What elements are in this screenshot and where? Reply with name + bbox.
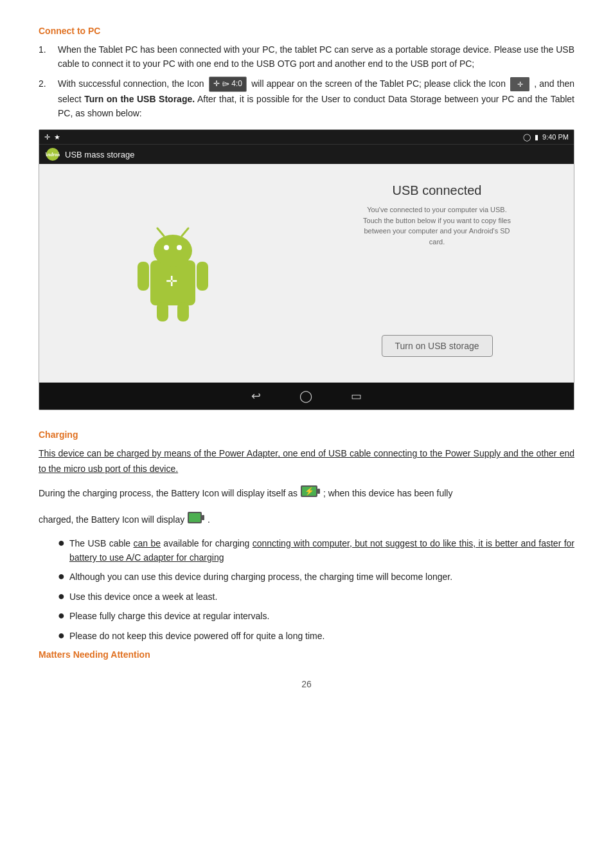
device-statusbar: ✛ ★ ◯ ▮ 9:40 PM	[39, 130, 574, 144]
time-display: 9:40 PM	[542, 133, 569, 141]
charging-paragraph-1: This device can be charged by means of t…	[39, 446, 574, 477]
bullet-dot: ●	[58, 570, 69, 584]
device-right: USB connected You've connected to your c…	[306, 164, 574, 383]
list-item: ● Please do not keep this device powered…	[58, 629, 574, 643]
svg-text:⚡: ⚡	[304, 486, 314, 496]
device-body: ✛ USB connected You've connected to your…	[39, 164, 574, 383]
charging-text-after: ; when this device has been fully	[323, 488, 453, 498]
battery-charging-icon: ⚡	[300, 484, 321, 504]
connect-title: Connect to PC	[39, 26, 574, 36]
list-content-2: With successful connection, the Icon ✛ ⌲…	[58, 77, 574, 121]
list-item: 1. When the Tablet PC has been connected…	[39, 42, 574, 71]
bullet-dot: ●	[58, 609, 69, 623]
statusbar-left: ✛ ★	[44, 133, 60, 141]
list-item: ● The USB cable can be available for cha…	[58, 536, 574, 565]
charging-bullet-list: ● The USB cable can be available for cha…	[58, 536, 574, 643]
back-icon[interactable]: ↩	[251, 389, 261, 403]
list-num-2: 2.	[39, 77, 58, 121]
device-topbar: Android USB mass storage	[39, 144, 574, 164]
svg-rect-20	[202, 515, 204, 520]
svg-rect-13	[177, 302, 189, 321]
bullet-content-2: Although you can use this device during …	[69, 570, 452, 584]
device-navbar: ↩ ◯ ▭	[39, 383, 574, 410]
android-logo: Android	[46, 147, 60, 161]
bullet-content-1: The USB cable can be available for charg…	[69, 536, 574, 565]
small-usb-icon: ✛	[510, 77, 529, 91]
can-be-link: can be	[133, 538, 161, 548]
charging-section: Charging This device can be charged by m…	[39, 429, 574, 643]
connect-section: Connect to PC 1. When the Tablet PC has …	[39, 26, 574, 120]
svg-text:✛: ✛	[517, 80, 523, 88]
svg-point-6	[164, 245, 169, 250]
usb-status-icon: ✛ ⌲ 4:0	[209, 77, 247, 91]
bullet-content-3: Use this device once a week at least.	[69, 590, 217, 604]
charging-text-before-3: charged, the Battery Icon will display	[39, 514, 184, 524]
svg-rect-21	[189, 513, 200, 522]
charging-text-before: During the charging process, the Battery…	[39, 488, 298, 498]
matters-section: Matters Needing Attention	[39, 649, 574, 660]
charging-link-1: This device can be charged by means of t…	[39, 448, 574, 474]
usb-status-icon: ✛	[44, 133, 50, 141]
device-screenshot: ✛ ★ ◯ ▮ 9:40 PM Android USB mass storage	[39, 129, 574, 410]
matters-title: Matters Needing Attention	[39, 649, 574, 660]
list-item: ● Please fully charge this device at reg…	[58, 609, 574, 623]
page-number: 26	[39, 679, 574, 689]
android-robot-icon: ✛	[134, 222, 211, 325]
star-icon: ★	[54, 133, 60, 141]
charging-paragraph-2: During the charging process, the Battery…	[39, 484, 574, 504]
list-item: ● Use this device once a week at least.	[58, 590, 574, 604]
svg-text:✛: ✛	[166, 273, 177, 289]
home-icon[interactable]: ◯	[299, 389, 312, 403]
bold-text: Turn on the USB Storage.	[84, 94, 195, 104]
text-after-icon: will appear on the screen of the Tablet …	[251, 78, 506, 89]
bullet-dot: ●	[58, 629, 69, 643]
connect-list: 1. When the Tablet PC has been connected…	[39, 42, 574, 120]
svg-text:Android: Android	[46, 152, 60, 158]
svg-line-8	[157, 228, 164, 236]
usb-connected-desc: You've connected to your computer via US…	[360, 204, 514, 247]
battery-status-icon: ▮	[535, 133, 538, 141]
battery-full-icon	[187, 511, 205, 530]
list-num-1: 1.	[39, 42, 58, 71]
list-item: 2. With successful connection, the Icon …	[39, 77, 574, 121]
bullet-content-4: Please fully charge this device at regul…	[69, 609, 269, 623]
topbar-label: USB mass storage	[65, 150, 134, 159]
usb-connected-title: USB connected	[393, 183, 482, 198]
recents-icon[interactable]: ▭	[351, 389, 362, 403]
page-content: Connect to PC 1. When the Tablet PC has …	[0, 0, 613, 715]
turn-on-usb-button[interactable]: Turn on USB storage	[382, 335, 493, 357]
bullet-dot: ●	[58, 590, 69, 604]
bullet-content-5: Please do not keep this device powered o…	[69, 629, 324, 643]
svg-line-9	[182, 228, 188, 236]
list-item: ● Although you can use this device durin…	[58, 570, 574, 584]
svg-rect-12	[157, 302, 168, 321]
statusbar-right: ◯ ▮ 9:40 PM	[523, 133, 569, 141]
device-left: ✛	[39, 164, 306, 383]
svg-point-5	[154, 235, 192, 267]
charging-text-after-3: .	[208, 514, 210, 524]
list-content-1: When the Tablet PC has been connected wi…	[58, 42, 574, 71]
svg-rect-16	[317, 489, 320, 494]
charging-paragraph-3: charged, the Battery Icon will display .	[39, 511, 574, 530]
charging-title: Charging	[39, 429, 574, 440]
svg-rect-11	[197, 262, 208, 291]
svg-rect-10	[138, 262, 149, 291]
bullet-dot: ●	[58, 536, 69, 550]
text-before-icon: With successful connection, the Icon	[58, 78, 204, 89]
svg-point-7	[177, 245, 182, 250]
bell-icon: ◯	[523, 133, 531, 141]
